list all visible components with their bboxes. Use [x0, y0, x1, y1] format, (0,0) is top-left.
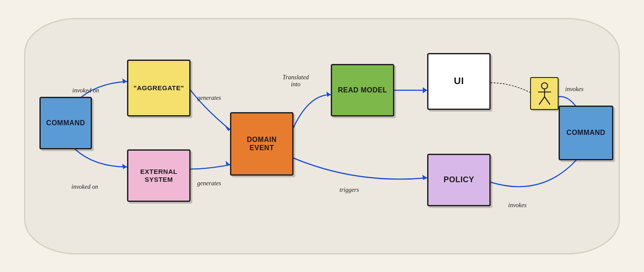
cloud-background — [24, 18, 620, 254]
command-left-card: COMMAND — [39, 97, 92, 149]
aggregate-card: "AGGREGATE" — [127, 60, 191, 117]
external-system-card: EXTERNAL SYSTEM — [127, 149, 191, 202]
generates-bottom-label: generates — [197, 180, 221, 187]
translated-into-label: Translated into — [283, 74, 309, 88]
invokes-bottom-label: invokes — [508, 202, 527, 209]
invoked-on-bottom-label: invoked on — [71, 184, 98, 191]
svg-line-13 — [545, 97, 550, 104]
svg-line-12 — [539, 97, 545, 104]
domain-event-card: DOMAIN EVENT — [230, 112, 294, 176]
invoked-on-top-label: invoked on — [72, 87, 99, 94]
command-right-card: COMMAND — [559, 106, 613, 160]
invokes-top-label: invokes — [565, 86, 584, 93]
policy-card: POLICY — [427, 154, 491, 206]
ui-card: UI — [427, 53, 491, 110]
triggers-label: triggers — [340, 187, 359, 194]
generates-top-label: generates — [197, 95, 221, 102]
person-icon — [530, 77, 559, 110]
svg-point-9 — [541, 83, 548, 89]
read-model-card: READ MODEL — [331, 64, 394, 117]
